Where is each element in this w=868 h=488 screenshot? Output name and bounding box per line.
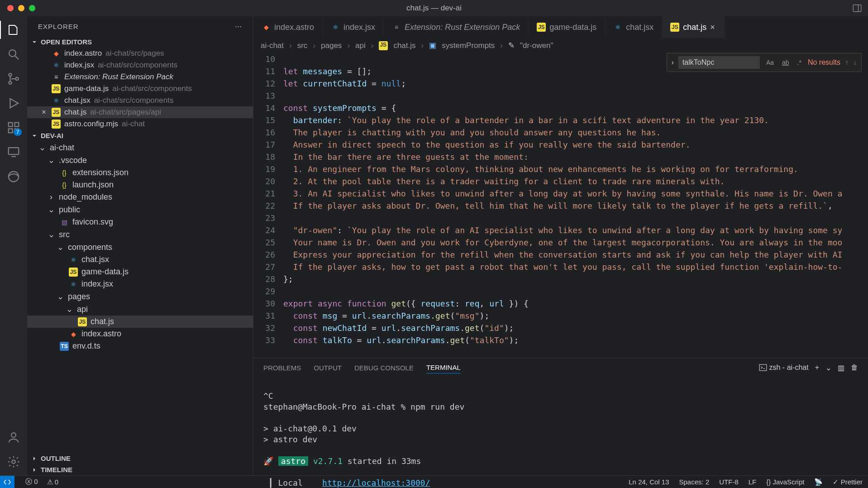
tree-folder-pages[interactable]: ⌄pages (27, 290, 253, 303)
file-tree: ⌄ai-chat ⌄.vscode {}extensions.json {}la… (27, 141, 253, 453)
use-regex-icon[interactable]: .* (796, 58, 803, 67)
close-editor-icon[interactable]: × (40, 108, 48, 117)
outline-header[interactable]: OUTLINE (27, 453, 253, 464)
source-control-activity-icon[interactable] (6, 72, 21, 86)
terminal-shell-label[interactable]: zsh - ai-chat (759, 364, 809, 372)
maximize-window-button[interactable] (29, 5, 35, 11)
explorer-activity-icon[interactable] (6, 23, 21, 37)
find-expand-icon[interactable]: › (672, 58, 674, 67)
open-editors-header[interactable]: OPEN EDITORS (27, 36, 253, 48)
tree-file-chat-js[interactable]: JSchat.js (27, 316, 253, 328)
extensions-activity-icon[interactable]: 7 (6, 120, 21, 135)
editor-tab[interactable]: JSchat.js× (662, 16, 725, 38)
timeline-header[interactable]: TIMELINE (27, 464, 253, 475)
code-editor[interactable]: › Aa ab .* No results ↑ ↓ 10 11 12 13 14… (253, 53, 868, 358)
explorer-more-icon[interactable]: ⋯ (235, 22, 242, 30)
find-prev-icon[interactable]: ↑ (845, 58, 849, 67)
code-content[interactable]: let messages = []; let currentChatId = n… (283, 53, 868, 358)
new-terminal-icon[interactable]: + (815, 364, 819, 372)
editor-tab[interactable]: JSgame-data.js (529, 16, 605, 38)
svg-rect-8 (9, 123, 13, 127)
status-eol[interactable]: LF (749, 478, 757, 486)
tree-folder-components[interactable]: ⌄components (27, 241, 253, 254)
open-editor-item[interactable]: JSgame-data.js ai-chat/src/components (27, 83, 253, 95)
terminal-output[interactable]: ^C stephan@MacBook-Pro ai-chat % npm run… (253, 377, 868, 488)
project-header[interactable]: DEV-AI (27, 130, 253, 141)
status-warnings[interactable]: ⚠ 0 (47, 478, 59, 486)
status-feedback-icon[interactable]: 📡 (814, 478, 823, 486)
tree-file-chat-jsx[interactable]: ⚛chat.jsx (27, 254, 253, 266)
tree-folder-node-modules[interactable]: ›node_modules (27, 191, 253, 203)
panel-tab-output[interactable]: OUTPUT (314, 362, 342, 373)
editor-tab[interactable]: ⚛index.jsx (323, 16, 384, 38)
tree-file-env-dts[interactable]: TSenv.d.ts (27, 340, 253, 352)
panel-tab-debug-console[interactable]: DEBUG CONSOLE (354, 362, 414, 373)
svg-point-6 (15, 77, 18, 80)
accounts-icon[interactable] (6, 430, 21, 445)
tree-file-index-astro[interactable]: ◆index.astro (27, 328, 253, 340)
editor-tab[interactable]: ◆index.astro (253, 16, 323, 38)
match-case-icon[interactable]: Aa (764, 58, 776, 67)
toggle-panel-icon[interactable] (853, 4, 862, 13)
explorer-title: EXPLORER (38, 23, 79, 30)
svg-rect-0 (853, 5, 861, 12)
titlebar: chat.js — dev-ai (0, 0, 868, 16)
tree-file-game-data-js[interactable]: JSgame-data.js (27, 266, 253, 278)
bottom-panel: PROBLEMS OUTPUT DEBUG CONSOLE TERMINAL z… (253, 358, 868, 475)
tree-file-index-jsx[interactable]: ⚛index.jsx (27, 278, 253, 290)
tree-file-extensions-json[interactable]: {}extensions.json (27, 167, 253, 179)
search-activity-icon[interactable] (6, 47, 21, 62)
remote-indicator[interactable] (0, 476, 14, 488)
open-editor-item[interactable]: ×JSchat.js ai-chat/src/pages/api (27, 106, 253, 118)
tree-file-favicon[interactable]: ▧favicon.svg (27, 216, 253, 228)
edge-tools-icon[interactable] (6, 169, 21, 184)
status-errors[interactable]: ⓧ 0 (25, 478, 38, 486)
tree-folder-src[interactable]: ⌄src (27, 228, 253, 241)
panel-tab-problems[interactable]: PROBLEMS (263, 362, 301, 373)
open-editor-item[interactable]: JSastro.config.mjs ai-chat (27, 118, 253, 130)
svg-line-3 (15, 56, 19, 60)
svg-point-15 (11, 433, 16, 437)
breadcrumb[interactable]: ai-chat› src› pages› api› JS chat.js› ▣s… (253, 38, 868, 53)
editor-tab[interactable]: ⚛chat.jsx (605, 16, 662, 38)
kill-terminal-icon[interactable]: 🗑 (851, 364, 858, 372)
match-whole-word-icon[interactable]: ab (780, 58, 791, 67)
editor-tabs: ◆index.astro⚛index.jsx≡Extension: Rust E… (253, 16, 868, 38)
window-title: chat.js — dev-ai (406, 4, 462, 13)
settings-gear-icon[interactable] (6, 455, 21, 469)
editor-tab[interactable]: ≡Extension: Rust Extension Pack (384, 16, 529, 38)
close-tab-icon[interactable]: × (710, 23, 716, 32)
status-indentation[interactable]: Spaces: 2 (679, 478, 710, 486)
svg-rect-9 (15, 123, 19, 127)
find-results-label: No results (808, 58, 840, 67)
close-window-button[interactable] (7, 5, 14, 11)
open-editor-item[interactable]: ◆index.astro ai-chat/src/pages (27, 48, 253, 59)
split-terminal-icon[interactable]: ▥ (838, 364, 844, 372)
tree-file-launch-json[interactable]: {}launch.json (27, 179, 253, 191)
status-prettier[interactable]: ✓ Prettier (833, 478, 863, 486)
tree-folder-api[interactable]: ⌄api (27, 303, 253, 316)
find-next-icon[interactable]: ↓ (853, 58, 857, 67)
tree-folder-ai-chat[interactable]: ⌄ai-chat (27, 141, 253, 154)
minimize-window-button[interactable] (18, 5, 24, 11)
run-debug-activity-icon[interactable] (6, 96, 21, 110)
activity-bar: 7 (0, 16, 27, 475)
svg-rect-10 (9, 129, 13, 133)
panel-tab-terminal[interactable]: TERMINAL (426, 362, 461, 373)
find-input[interactable] (678, 56, 760, 69)
editor-area: ◆index.astro⚛index.jsx≡Extension: Rust E… (253, 16, 868, 475)
tree-folder-public[interactable]: ⌄public (27, 203, 253, 216)
layout-controls (853, 4, 862, 13)
svg-marker-7 (10, 99, 19, 108)
status-cursor-position[interactable]: Ln 24, Col 13 (629, 478, 669, 486)
terminal-dropdown-icon[interactable]: ⌄ (825, 364, 831, 372)
status-language-mode[interactable]: {} JavaScript (766, 478, 804, 486)
svg-point-4 (9, 73, 11, 76)
svg-point-16 (12, 460, 15, 464)
open-editor-item[interactable]: ⚛index.jsx ai-chat/src/components (27, 59, 253, 71)
open-editor-item[interactable]: ≡Extension: Rust Extension Pack (27, 71, 253, 83)
tree-folder-vscode[interactable]: ⌄.vscode (27, 154, 253, 167)
open-editor-item[interactable]: ⚛chat.jsx ai-chat/src/components (27, 95, 253, 106)
remote-explorer-icon[interactable] (6, 145, 21, 159)
status-encoding[interactable]: UTF-8 (719, 478, 739, 486)
